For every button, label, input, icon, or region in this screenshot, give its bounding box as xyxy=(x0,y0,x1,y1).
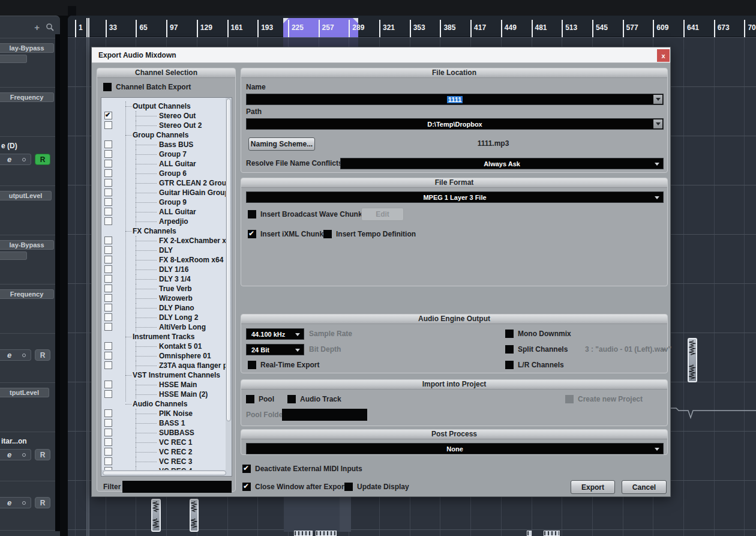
tree-row-channel[interactable]: Bass BUS xyxy=(101,140,232,149)
scrollbar-thumb[interactable] xyxy=(103,471,226,475)
scrollbar-thumb[interactable] xyxy=(226,98,231,421)
track-label-chip[interactable]: lay-Bypass xyxy=(0,43,54,53)
channel-checkbox[interactable] xyxy=(104,236,112,244)
tree-row-channel[interactable]: PIK Noise xyxy=(101,409,232,418)
tree-row-channel[interactable]: DLY 3 1/4 xyxy=(101,274,232,284)
channel-batch-export-checkbox[interactable] xyxy=(103,83,112,91)
tree-row-channel[interactable]: Kontakt 5 01 xyxy=(101,342,232,351)
edit-button[interactable]: Edit xyxy=(361,208,404,221)
add-track-icon[interactable]: + xyxy=(34,22,40,32)
split-channels-value[interactable]: 3 : "audio - 01 (Left).wav" xyxy=(585,345,671,354)
tree-row-channel[interactable]: DLY 1/16 xyxy=(101,265,232,274)
tree-row-category[interactable]: Instrument Tracks xyxy=(101,332,232,342)
tree-row-channel[interactable]: Group 6 xyxy=(101,169,232,178)
track-value-chip[interactable] xyxy=(0,251,27,260)
filter-input[interactable] xyxy=(122,481,232,493)
tree-row-channel[interactable]: Group 7 xyxy=(101,149,232,159)
edit-channel-button[interactable]: e xyxy=(0,349,31,361)
channel-checkbox[interactable] xyxy=(104,150,112,158)
tree-row-channel[interactable]: ALL Guitar xyxy=(101,159,232,169)
audio-track-checkbox[interactable] xyxy=(287,395,296,403)
tree-horizontal-scrollbar[interactable] xyxy=(101,470,232,476)
realtime-export-checkbox[interactable] xyxy=(248,361,256,369)
channel-checkbox[interactable] xyxy=(104,256,112,263)
dialog-title-bar[interactable]: Export Audio Mixdown x xyxy=(92,47,670,63)
split-channels-dropdown-icon[interactable] xyxy=(661,349,666,352)
tree-row-category[interactable]: VST Instrument Channels xyxy=(101,370,232,380)
read-automation-button[interactable]: R xyxy=(35,349,50,361)
track-label-chip[interactable]: Frequency xyxy=(0,92,54,102)
post-process-select[interactable]: None xyxy=(246,443,664,454)
lr-channels-checkbox[interactable] xyxy=(505,361,514,369)
tree-row-category[interactable]: Group Channels xyxy=(101,130,232,140)
channel-checkbox[interactable] xyxy=(104,438,112,446)
tempo-definition-checkbox[interactable] xyxy=(323,230,332,238)
broadcast-wave-checkbox[interactable] xyxy=(248,210,256,218)
tree-row-channel[interactable]: BASS 1 xyxy=(101,418,232,428)
channel-tree[interactable]: Output ChannelsStereo OutStereo Out 2Gro… xyxy=(101,97,232,477)
bit-depth-select[interactable]: 24 Bit xyxy=(246,344,304,355)
channel-checkbox[interactable] xyxy=(104,169,112,177)
channel-checkbox[interactable] xyxy=(104,429,112,436)
channel-checkbox[interactable] xyxy=(104,275,112,283)
search-icon[interactable] xyxy=(46,23,54,34)
channel-checkbox[interactable] xyxy=(104,457,112,465)
mini-midi-clip[interactable] xyxy=(316,531,337,536)
tree-row-channel[interactable]: AltiVerb Long xyxy=(101,322,232,332)
update-display-checkbox[interactable] xyxy=(344,483,353,491)
read-automation-button[interactable]: R xyxy=(35,497,50,508)
tree-row-channel[interactable]: GTR CLEAN 2 Group xyxy=(101,178,232,188)
channel-checkbox[interactable] xyxy=(104,390,112,398)
mini-midi-clip[interactable] xyxy=(527,531,532,536)
edit-channel-button[interactable]: e xyxy=(0,154,31,165)
file-format-select[interactable]: MPEG 1 Layer 3 File xyxy=(246,191,664,203)
create-project-checkbox[interactable] xyxy=(565,395,574,403)
split-channels-checkbox[interactable] xyxy=(505,345,514,354)
channel-checkbox[interactable] xyxy=(104,121,112,129)
close-icon[interactable]: x xyxy=(657,49,670,62)
track-label-chip[interactable]: Frequency xyxy=(0,289,54,299)
channel-checkbox[interactable] xyxy=(104,112,112,119)
timeline-ruler[interactable]: 1336597129161193225257289321353385417449… xyxy=(68,16,756,37)
tree-row-channel[interactable]: VC REC 2 xyxy=(101,447,232,457)
pool-checkbox[interactable] xyxy=(246,395,254,403)
tree-row-category[interactable]: Audio Channels xyxy=(101,399,232,409)
path-dropdown-button[interactable] xyxy=(653,119,662,128)
tree-row-channel[interactable]: FX 2-LexChamber x64 xyxy=(101,236,232,245)
channel-checkbox[interactable] xyxy=(104,448,112,456)
channel-checkbox[interactable] xyxy=(104,323,112,331)
edit-channel-button[interactable]: e xyxy=(0,497,31,508)
channel-checkbox[interactable] xyxy=(104,246,112,254)
mini-midi-clip[interactable] xyxy=(544,531,560,536)
name-dropdown-button[interactable] xyxy=(653,95,662,104)
channel-checkbox[interactable] xyxy=(104,217,112,225)
edit-channel-button[interactable]: e xyxy=(0,449,31,460)
track-label-chip[interactable]: lay-Bypass xyxy=(0,240,54,250)
export-button[interactable]: Export xyxy=(571,480,615,494)
sample-rate-select[interactable]: 44.100 kHz xyxy=(246,328,304,340)
channel-checkbox[interactable] xyxy=(104,188,112,196)
tree-row-channel[interactable]: HSSE Main xyxy=(101,380,232,390)
mini-midi-clip[interactable] xyxy=(294,531,313,536)
tree-row-category[interactable]: FX Channels xyxy=(101,226,232,236)
track-label-chip[interactable]: utputLevel xyxy=(0,191,52,200)
path-input[interactable]: D:\Temp\Dropbox xyxy=(246,118,664,130)
cancel-button[interactable]: Cancel xyxy=(622,480,667,494)
name-input[interactable]: 1111 xyxy=(246,94,664,105)
tree-row-channel[interactable]: FX 8-LexRoom x64 xyxy=(101,255,232,265)
tree-row-channel[interactable]: VC REC 1 xyxy=(101,438,232,447)
tree-row-channel[interactable]: Arpedjio xyxy=(101,217,232,226)
audio-event-clip[interactable] xyxy=(151,499,161,532)
read-automation-button[interactable]: R xyxy=(35,154,50,165)
channel-checkbox[interactable] xyxy=(104,419,112,427)
tree-row-channel[interactable]: SUBBASS xyxy=(101,428,232,438)
audio-event-clip[interactable] xyxy=(688,338,697,382)
channel-checkbox[interactable] xyxy=(104,198,112,206)
tree-row-channel[interactable]: Omnisphere 01 xyxy=(101,351,232,361)
tree-row-channel[interactable]: Z3TA aqua flanger pad xyxy=(101,361,232,370)
channel-checkbox[interactable] xyxy=(104,304,112,312)
read-automation-button[interactable]: R xyxy=(35,449,50,460)
channel-checkbox[interactable] xyxy=(104,352,112,360)
tree-row-channel[interactable]: DLY xyxy=(101,245,232,255)
channel-checkbox[interactable] xyxy=(104,285,112,292)
